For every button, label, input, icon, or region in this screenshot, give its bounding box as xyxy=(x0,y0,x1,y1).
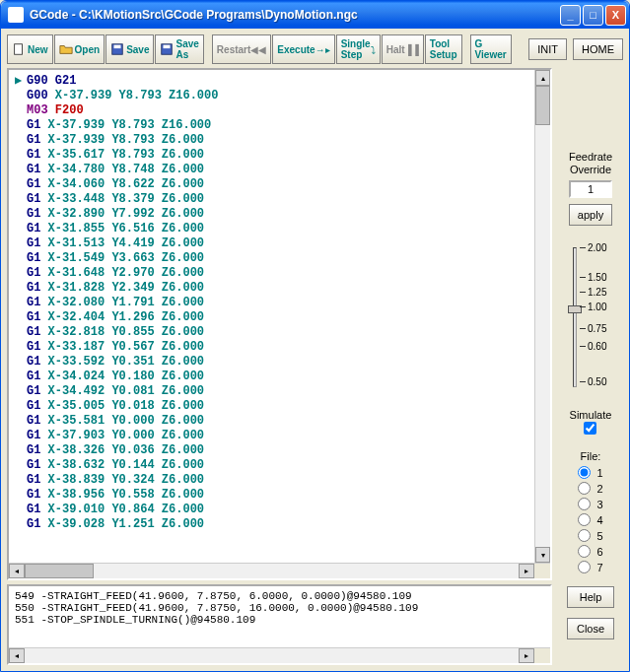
save-button[interactable]: Save xyxy=(105,34,154,64)
apply-button[interactable]: apply xyxy=(569,204,612,226)
app-icon xyxy=(8,7,24,23)
feedrate-slider[interactable]: 2.001.501.251.000.750.600.50 xyxy=(568,243,613,391)
file-radio-3[interactable] xyxy=(578,498,591,510)
execute-button[interactable]: Execute→▸ xyxy=(272,34,334,64)
file-radio-2[interactable] xyxy=(578,482,591,495)
file-radio-4[interactable] xyxy=(578,513,591,526)
svg-rect-0 xyxy=(15,44,23,55)
override-label: Override xyxy=(570,164,611,176)
save-icon xyxy=(110,42,124,56)
log-horizontal-scrollbar[interactable]: ◂ ▸ xyxy=(9,647,550,663)
close-button[interactable]: X xyxy=(605,5,626,26)
file-radio-6[interactable] xyxy=(578,545,591,558)
hscroll-thumb[interactable] xyxy=(25,564,94,578)
pause-icon: ▐▐ xyxy=(405,44,419,55)
scroll-left-button[interactable]: ◂ xyxy=(9,564,25,578)
help-button[interactable]: Help xyxy=(567,586,614,608)
horizontal-scrollbar[interactable]: ◂ ▸ xyxy=(9,563,550,578)
play-icon: →▸ xyxy=(315,44,330,55)
restart-button[interactable]: Restart◀◀ xyxy=(212,34,271,64)
simulate-checkbox[interactable] xyxy=(584,422,596,435)
side-panel: Feedrate Override 1 apply 2.001.501.251.… xyxy=(558,68,623,665)
halt-button[interactable]: Halt▐▐ xyxy=(382,34,424,64)
file-label: File: xyxy=(578,450,602,463)
maximize-button[interactable]: □ xyxy=(583,5,603,26)
toolsetup-button[interactable]: Tool Setup xyxy=(425,34,462,64)
scroll-up-button[interactable]: ▴ xyxy=(535,70,550,86)
scroll-down-button[interactable]: ▾ xyxy=(535,547,550,563)
simulate-label: Simulate xyxy=(570,409,612,422)
vertical-scrollbar[interactable]: ▴ ▾ xyxy=(534,70,550,563)
scroll-thumb[interactable] xyxy=(535,86,550,125)
svg-rect-2 xyxy=(114,45,121,49)
minimize-button[interactable]: _ xyxy=(560,5,581,26)
code-editor[interactable]: ▶G90 G21 G00 X-37.939 Y8.793 Z16.000 M03… xyxy=(7,68,552,580)
file-radio-7[interactable] xyxy=(578,561,591,573)
open-icon xyxy=(59,42,73,56)
override-input[interactable]: 1 xyxy=(569,180,612,198)
init-button[interactable]: INIT xyxy=(528,38,567,60)
window-title: GCode - C:\KMotionSrc\GCode Programs\Dyn… xyxy=(28,8,560,22)
gviewer-button[interactable]: G Viewer xyxy=(470,34,512,64)
saveas-button[interactable]: Save As xyxy=(155,34,203,64)
titlebar[interactable]: GCode - C:\KMotionSrc\GCode Programs\Dyn… xyxy=(1,1,629,29)
scroll-right-button[interactable]: ▸ xyxy=(519,564,534,578)
svg-rect-4 xyxy=(164,45,171,49)
new-button[interactable]: New xyxy=(7,34,53,64)
new-icon xyxy=(12,42,26,56)
log-panel[interactable]: 549 -STRAIGHT_FEED(41.9600, 7.8750, 6.00… xyxy=(7,584,552,665)
saveas-icon xyxy=(160,42,174,56)
toolbar: New Open Save Save As Restart◀◀ Execute→… xyxy=(1,29,629,68)
feedrate-label: Feedrate xyxy=(569,151,612,164)
file-radio-1[interactable] xyxy=(578,466,591,479)
step-icon: ⤵ xyxy=(371,44,376,55)
singlestep-button[interactable]: Single Step⤵ xyxy=(336,34,381,64)
close-dialog-button[interactable]: Close xyxy=(567,618,614,639)
home-button[interactable]: HOME xyxy=(573,38,623,60)
open-button[interactable]: Open xyxy=(54,34,105,64)
app-window: GCode - C:\KMotionSrc\GCode Programs\Dyn… xyxy=(0,0,630,672)
file-radio-5[interactable] xyxy=(578,529,591,542)
